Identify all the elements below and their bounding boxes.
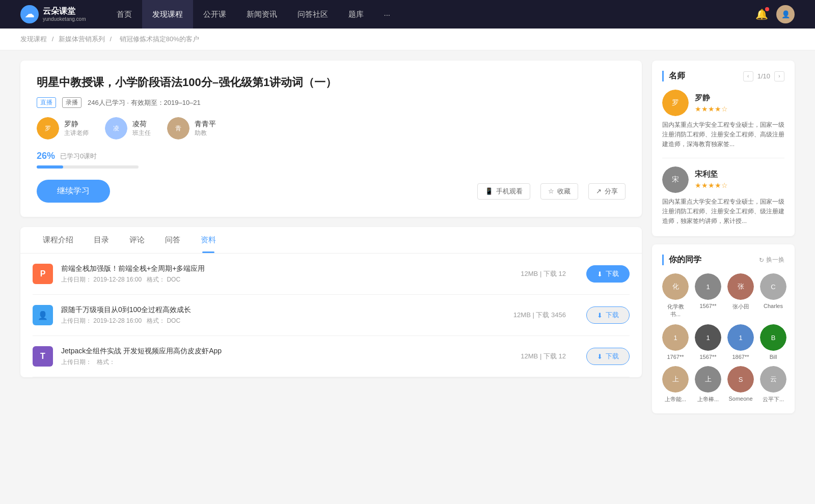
teachers-prev-btn[interactable]: ‹	[743, 71, 753, 81]
tab-intro[interactable]: 课程介绍	[33, 227, 84, 253]
teacher-name-2: 青青平	[195, 120, 216, 129]
mobile-watch-btn[interactable]: 📱 手机观看	[477, 183, 530, 200]
download-icon-0: ⬇	[597, 270, 603, 278]
course-actions: 继续学习 📱 手机观看 ☆ 收藏 ↗ 分享	[37, 180, 626, 203]
breadcrumb-discover[interactable]: 发现课程	[20, 35, 47, 43]
tab-catalog[interactable]: 目录	[84, 227, 119, 253]
teacher-role-0: 主讲老师	[64, 129, 89, 137]
bell-icon[interactable]: 🔔	[755, 8, 768, 20]
logo-icon: ☁	[20, 5, 39, 23]
nav-right: 🔔 👤	[755, 5, 795, 23]
classmate-name-0: 化学教书...	[662, 303, 689, 318]
nav-discover[interactable]: 发现课程	[142, 0, 193, 29]
navigation: ☁ 云朵课堂 yunduoketang.com 首页 发现课程 公开课 新闻资讯…	[0, 0, 815, 29]
course-title: 明星中教授课，小学阶段语法100分–强化级第1讲动词（一）	[37, 75, 626, 90]
classmate-7: B Bill	[760, 324, 786, 360]
resource-info-1: 跟随千万级项目从0到100全过程高效成长 上传日期： 2019-12-28 16…	[61, 305, 493, 325]
progress-bar-fill	[37, 165, 63, 169]
course-stats: 246人已学习 · 有效期至：2019–10–21	[88, 98, 201, 107]
teacher-avatar-0: 罗	[37, 117, 59, 139]
nav-home[interactable]: 首页	[106, 0, 142, 29]
resource-icon-1: 👤	[33, 305, 53, 325]
progress-section: 26% 已学习0课时	[37, 151, 626, 169]
teachers-panel-title: 名师	[662, 71, 685, 81]
resource-item-2: T Jetpack全组件实战 开发短视频应用高仿皮皮虾App 上传日期： 格式：…	[33, 336, 630, 377]
tabs-header: 课程介绍 目录 评论 问答 资料	[20, 227, 642, 254]
resource-name-1: 跟随千万级项目从0到100全过程高效成长	[61, 305, 493, 315]
teachers-next-btn[interactable]: ›	[774, 71, 784, 81]
classmate-9: 上 上帝棒...	[695, 366, 721, 403]
continue-button[interactable]: 继续学习	[37, 180, 110, 203]
mobile-icon: 📱	[485, 187, 493, 195]
breadcrumb: 发现课程 / 新媒体营销系列 / 销冠修炼术搞定80%的客户	[0, 29, 815, 50]
course-meta: 直播 录播 246人已学习 · 有效期至：2019–10–21	[37, 97, 626, 108]
teacher-avatar-1: 凌	[105, 117, 127, 139]
classmate-name-5: 1567**	[699, 354, 716, 360]
download-icon-2: ⬇	[597, 353, 603, 360]
resource-item-0: P 前端全栈加强版！前端全栈+全周期+多端应用 上传日期： 2019-12-28…	[33, 254, 630, 295]
classmates-panel-title: 你的同学	[662, 255, 701, 265]
share-icon: ↗	[596, 187, 602, 195]
teachers-page: 1/10	[757, 72, 770, 80]
tp-avatar-1: 宋	[662, 166, 689, 193]
classmate-11: 云 云平下...	[760, 366, 786, 403]
nav-qa[interactable]: 问答社区	[287, 0, 338, 29]
classmate-name-7: Bill	[770, 354, 777, 360]
breadcrumb-series[interactable]: 新媒体营销系列	[59, 35, 105, 43]
progress-bar-bg	[37, 165, 139, 169]
nav-news[interactable]: 新闻资讯	[236, 0, 287, 29]
classmate-name-4: 1767**	[667, 354, 684, 360]
classmate-name-9: 上帝棒...	[697, 396, 719, 403]
panel-header-classmates: 你的同学 ↻ 换一换	[662, 255, 784, 265]
course-card: 明星中教授课，小学阶段语法100分–强化级第1讲动词（一） 直播 录播 246人…	[20, 61, 642, 217]
resource-item-1: 👤 跟随千万级项目从0到100全过程高效成长 上传日期： 2019-12-28 …	[33, 295, 630, 336]
teacher-2: 青 青青平 助教	[167, 117, 216, 139]
resource-icon-2: T	[33, 346, 53, 367]
teacher-profile-list: 罗 罗静 ★★★★☆ 国内某重点大学安全工程专业硕士，国家一级注册消防工程师、注…	[662, 90, 784, 226]
download-btn-2[interactable]: ⬇ 下载	[586, 348, 630, 365]
badge-live: 直播	[37, 97, 56, 108]
user-avatar-nav[interactable]: 👤	[776, 5, 795, 23]
teacher-role-1: 班主任	[132, 129, 151, 137]
nav-more[interactable]: ···	[374, 0, 401, 29]
tab-qa[interactable]: 问答	[155, 227, 191, 253]
breadcrumb-current: 销冠修炼术搞定80%的客户	[120, 35, 199, 43]
tab-review[interactable]: 评论	[119, 227, 155, 253]
teachers-list: 罗 罗静 主讲老师 凌 凌荷 班主任	[37, 117, 626, 139]
logo[interactable]: ☁ 云朵课堂 yunduoketang.com	[20, 5, 86, 23]
nav-items: 首页 发现课程 公开课 新闻资讯 问答社区 题库 ···	[106, 0, 755, 29]
classmate-name-3: Charles	[764, 303, 783, 309]
resource-icon-0: P	[33, 264, 53, 284]
notification-dot	[765, 7, 769, 11]
resource-stats-2: 12MB | 下载 12	[521, 352, 566, 361]
download-btn-1[interactable]: ⬇ 下载	[586, 306, 630, 324]
classmate-10: S Someone	[727, 366, 754, 403]
download-btn-0[interactable]: ⬇ 下载	[586, 265, 630, 283]
tp-desc-0: 国内某重点大学安全工程专业硕士，国家一级注册消防工程师、注册安全工程师、高级注册…	[662, 120, 784, 150]
favorite-btn[interactable]: ☆ 收藏	[540, 183, 578, 200]
resource-list: P 前端全栈加强版！前端全栈+全周期+多端应用 上传日期： 2019-12-28…	[20, 254, 642, 377]
tp-item-0: 罗 罗静 ★★★★☆ 国内某重点大学安全工程专业硕士，国家一级注册消防工程师、注…	[662, 90, 784, 158]
classmate-5: 1 1567**	[695, 324, 721, 360]
refresh-classmates-btn[interactable]: ↻ 换一换	[759, 256, 784, 264]
classmate-4: 1 1767**	[662, 324, 689, 360]
tp-desc-1: 国内某重点大学安全工程专业硕士，国家一级注册消防工程师、注册安全工程师、级注册建…	[662, 197, 784, 227]
tab-resources[interactable]: 资料	[191, 227, 226, 253]
teacher-0: 罗 罗静 主讲老师	[37, 117, 89, 139]
classmate-name-10: Someone	[728, 396, 752, 402]
nav-open[interactable]: 公开课	[193, 0, 236, 29]
nav-bank[interactable]: 题库	[338, 0, 374, 29]
classmate-name-8: 上帝能...	[665, 396, 686, 403]
teacher-avatar-2: 青	[167, 117, 189, 139]
resource-info-2: Jetpack全组件实战 开发短视频应用高仿皮皮虾App 上传日期： 格式：	[61, 347, 500, 367]
tp-item-1: 宋 宋利坚 ★★★★☆ 国内某重点大学安全工程专业硕士，国家一级注册消防工程师、…	[662, 166, 784, 227]
tp-name-0: 罗静	[695, 93, 728, 103]
teachers-nav: ‹ 1/10 ›	[743, 71, 784, 81]
resource-name-0: 前端全栈加强版！前端全栈+全周期+多端应用	[61, 264, 500, 273]
classmate-name-6: 1867**	[732, 354, 749, 360]
resource-meta-0: 上传日期： 2019-12-28 16:00 格式： DOC	[61, 275, 500, 284]
tp-name-1: 宋利坚	[695, 170, 728, 179]
progress-sub: 已学习0课时	[60, 152, 97, 161]
share-btn[interactable]: ↗ 分享	[588, 183, 626, 200]
tp-stars-1: ★★★★☆	[695, 181, 728, 189]
